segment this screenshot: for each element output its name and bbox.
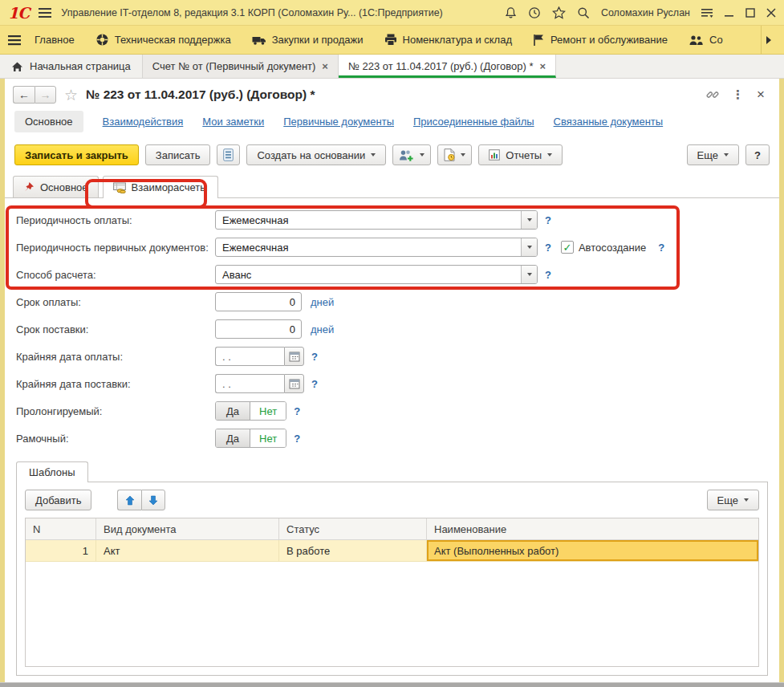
notifications-bell-icon[interactable]	[505, 6, 517, 19]
help-link[interactable]: ?	[294, 433, 300, 445]
history-icon[interactable]	[528, 6, 541, 19]
arrow-up-icon	[125, 495, 135, 506]
payment-deadline-input[interactable]	[215, 347, 284, 366]
sections-hamburger-icon[interactable]	[8, 35, 21, 46]
more-kebab-icon[interactable]: ⋮	[732, 87, 744, 102]
calendar-button[interactable]	[284, 347, 304, 366]
help-link[interactable]: ?	[311, 378, 318, 390]
document-form: ← → ☆ № 223 от 11.04.2017 (руб.) (Догово…	[5, 79, 779, 682]
card-file-button[interactable]	[217, 144, 240, 165]
document-schedule-button[interactable]	[437, 144, 472, 165]
get-link-icon[interactable]	[706, 88, 719, 101]
save-and-close-button[interactable]: Записать и закрыть	[14, 144, 139, 165]
move-down-button[interactable]	[141, 490, 165, 510]
cell-doc-type[interactable]: Акт	[96, 540, 279, 561]
dropdown-button[interactable]	[521, 211, 537, 229]
docs-periodicity-select[interactable]: Ежемесячная	[215, 238, 538, 257]
close-tab-icon[interactable]: ×	[540, 60, 546, 72]
calendar-button[interactable]	[284, 374, 304, 393]
button-label: Еще	[697, 149, 718, 161]
add-contact-button[interactable]	[392, 144, 431, 165]
templates-more-button[interactable]: Еще	[707, 490, 759, 510]
search-icon[interactable]	[577, 6, 590, 19]
menu-item-tech-support[interactable]: Техническая поддержка	[88, 26, 238, 54]
nav-link-main[interactable]: Основное	[14, 111, 83, 132]
chevron-down-icon	[461, 153, 465, 157]
delivery-term-input[interactable]	[215, 319, 302, 339]
autocreate-checkbox[interactable]: ✓	[561, 241, 574, 254]
yes-option[interactable]: Да	[216, 402, 250, 420]
add-favorite-star-icon[interactable]: ☆	[64, 87, 78, 103]
autocreate-checkbox-group: ✓ Автосоздание ?	[561, 241, 664, 254]
tab-invoice-document[interactable]: Счет № от (Первичный документ) ×	[143, 55, 339, 78]
reports-button[interactable]: Отчеты	[478, 144, 563, 165]
yes-option[interactable]: Да	[216, 429, 250, 447]
more-button[interactable]: Еще	[687, 144, 739, 165]
menu-item-purchases-sales[interactable]: Закупки и продажи	[245, 26, 371, 54]
column-header-name[interactable]: Наименование	[427, 518, 758, 539]
cell-n[interactable]: 1	[26, 540, 96, 561]
help-link[interactable]: ?	[545, 242, 551, 254]
nav-link-primary-documents[interactable]: Первичные документы	[283, 116, 394, 128]
select-value: Ежемесячная	[216, 211, 521, 229]
tab-contract-document[interactable]: № 223 от 11.04.2017 (руб.) (Договор) * ×	[339, 55, 556, 78]
table-row[interactable]: 1 Акт В работе Акт (Выполненных работ)	[26, 540, 758, 562]
delivery-deadline-input[interactable]	[215, 374, 284, 393]
service-menu-icon[interactable]	[701, 7, 713, 18]
help-link[interactable]: ?	[311, 351, 318, 363]
menu-item-repair-service[interactable]: Ремонт и обслуживание	[526, 26, 675, 54]
payment-term-input[interactable]	[215, 292, 302, 311]
back-arrow-icon[interactable]: ←	[13, 86, 35, 104]
chevron-down-icon	[527, 246, 532, 249]
column-header-doc-type[interactable]: Вид документа	[96, 518, 279, 539]
tab-home-page[interactable]: Начальная страница	[0, 55, 143, 78]
document-nav-links: Основное Взаимодействия Мои заметки Перв…	[5, 108, 779, 140]
calc-method-select[interactable]: Аванс	[215, 265, 538, 284]
menu-item-employees[interactable]: Со	[681, 26, 730, 54]
days-unit-link[interactable]: дней	[311, 296, 334, 308]
nav-link-my-notes[interactable]: Мои заметки	[202, 116, 264, 128]
move-up-button[interactable]	[117, 490, 141, 510]
favorites-star-icon[interactable]	[552, 6, 566, 19]
column-header-n[interactable]: N	[26, 518, 96, 539]
help-link[interactable]: ?	[545, 214, 551, 226]
close-tab-icon[interactable]: ×	[322, 60, 328, 72]
no-option[interactable]: Нет	[250, 429, 286, 447]
sections-menubar: Главное Техническая поддержка Закупки и …	[0, 26, 784, 55]
days-unit-link[interactable]: дней	[311, 323, 334, 335]
nav-link-attached-files[interactable]: Присоединенные файлы	[413, 116, 534, 128]
tab-mutual-settlements[interactable]: Взаиморасчеты	[103, 176, 218, 198]
dropdown-button[interactable]	[521, 266, 537, 283]
minimize-icon[interactable]	[725, 8, 734, 18]
cell-status[interactable]: В работе	[279, 540, 427, 561]
tab-templates[interactable]: Шаблоны	[16, 461, 88, 482]
dropdown-button[interactable]	[521, 238, 537, 256]
tab-label: Начальная страница	[30, 60, 131, 72]
cell-name-selected[interactable]: Акт (Выполненных работ)	[427, 540, 758, 561]
help-button[interactable]: ?	[745, 144, 770, 165]
save-button[interactable]: Записать	[145, 144, 211, 165]
main-menu-hamburger-icon[interactable]	[39, 7, 51, 18]
close-window-icon[interactable]	[766, 8, 776, 18]
forward-arrow-icon[interactable]: →	[35, 86, 56, 104]
close-form-icon[interactable]: ×	[757, 87, 765, 103]
menu-item-main[interactable]: Главное	[27, 26, 82, 54]
no-option[interactable]: Нет	[250, 402, 286, 420]
menu-item-nomenclature-warehouse[interactable]: Номенклатура и склад	[377, 26, 519, 54]
add-template-button[interactable]: Добавить	[25, 490, 91, 510]
help-link[interactable]: ?	[294, 405, 300, 417]
column-header-status[interactable]: Статус	[279, 518, 427, 539]
lifebuoy-icon	[95, 33, 109, 47]
field-row-calc-method: Способ расчета: Аванс ?	[16, 265, 768, 284]
payment-periodicity-select[interactable]: Ежемесячная	[215, 210, 538, 230]
help-link[interactable]: ?	[545, 269, 551, 281]
templates-panel: Добавить	[16, 482, 768, 676]
current-user[interactable]: Соломахин Руслан	[601, 7, 690, 18]
nav-link-related-documents[interactable]: Связанные документы	[554, 116, 664, 128]
create-based-on-button[interactable]: Создать на основании	[246, 144, 386, 165]
menu-scroll-right-icon[interactable]	[761, 26, 776, 54]
maximize-icon[interactable]	[745, 8, 755, 18]
tab-main[interactable]: Основное	[13, 176, 99, 197]
help-link[interactable]: ?	[658, 242, 664, 254]
nav-link-interactions[interactable]: Взаимодействия	[103, 116, 184, 128]
